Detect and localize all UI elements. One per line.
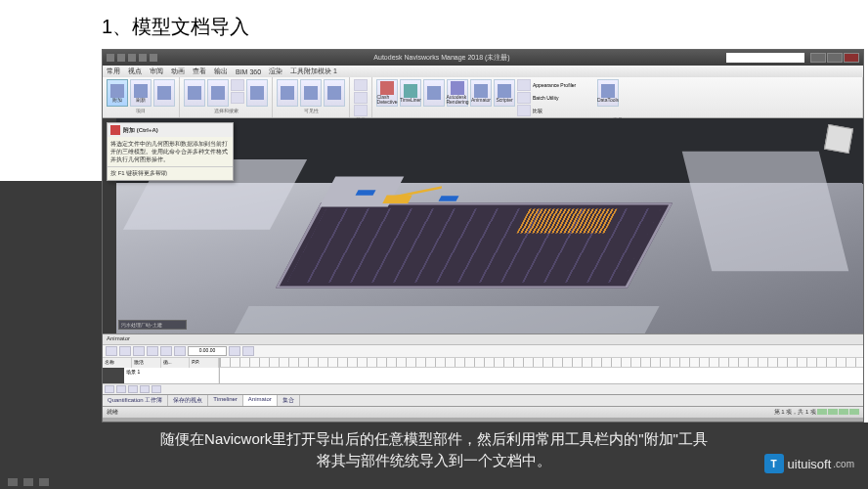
links-button[interactable]	[354, 79, 368, 91]
quick-props-button[interactable]	[354, 92, 368, 104]
tab-animation[interactable]: 动画	[171, 67, 185, 76]
timeline-ruler	[220, 358, 863, 368]
maximize-button[interactable]	[827, 53, 843, 63]
watermark-logo-icon: T	[764, 454, 784, 473]
anim-tool-2[interactable]	[242, 346, 254, 356]
anim-down-button[interactable]	[140, 385, 150, 393]
tab-viewpoint[interactable]: 视点	[128, 67, 142, 76]
timeliner-button[interactable]: TimeLiner	[400, 79, 421, 107]
ribbon-group-display: 显示	[350, 77, 372, 117]
crane	[382, 190, 448, 203]
tab-review[interactable]: 审阅	[150, 67, 163, 76]
reset-all-button[interactable]	[153, 79, 175, 107]
animator-footer	[103, 383, 863, 394]
append-tooltip: 附加 (Ctrl+A) 将选定文件中的几何图形和数据添加到当前打开的三维模型。使…	[107, 122, 234, 181]
anim-rewind-button[interactable]	[106, 346, 117, 356]
sets-button[interactable]	[246, 79, 268, 107]
anim-forward-button[interactable]	[174, 346, 186, 356]
tab-saved-viewpoints[interactable]: 保存的视点	[168, 395, 208, 406]
compare-button[interactable]	[517, 105, 531, 116]
scene-swatch	[103, 368, 124, 383]
anim-add-button[interactable]	[105, 385, 114, 393]
watermark: T uituisoft.com	[764, 454, 854, 473]
ribbon-group-visibility: 可见性	[273, 77, 350, 117]
animator-tree[interactable]: 名称 激活 循... P.P. 场景 1	[103, 358, 220, 383]
tab-render[interactable]: 渲染	[269, 67, 282, 76]
tab-view[interactable]: 查看	[193, 67, 206, 76]
timeliner-icon	[404, 84, 417, 98]
status-pills	[816, 409, 859, 416]
select-same-button[interactable]	[231, 79, 244, 91]
3d-viewport[interactable]: 污水处理厂站-土建 附加 (Ctrl+A) 将选定文件中的几何图形和数据添加到当…	[103, 118, 863, 333]
tab-home[interactable]: 常用	[107, 67, 120, 76]
animator-timeline[interactable]	[220, 358, 863, 383]
qat-save-icon[interactable]	[128, 54, 136, 62]
window-title: Autodesk Navisworks Manage 2018 (未注册)	[157, 53, 726, 63]
watermark-brand: uituisoft	[788, 457, 832, 471]
append-button[interactable]: 附加	[107, 79, 128, 107]
refresh-button[interactable]: 刷新	[130, 79, 152, 107]
help-search-input[interactable]	[726, 53, 804, 63]
tab-output[interactable]: 输出	[214, 67, 228, 76]
tooltip-f1: 按 F1 键获得更多帮助	[108, 166, 233, 180]
group-label: 项目	[107, 108, 175, 115]
tooltip-title: 附加 (Ctrl+A)	[123, 126, 158, 135]
scripter-button[interactable]: Scripter	[494, 79, 515, 107]
tab-animator[interactable]: Animator	[243, 395, 278, 406]
group-label: 选择和搜索	[184, 108, 268, 115]
taskbar-icon-1[interactable]	[8, 478, 18, 486]
app-window: Autodesk Navisworks Manage 2018 (未注册) 常用…	[102, 49, 864, 422]
qat	[107, 54, 157, 62]
anim-tool-1[interactable]	[229, 346, 240, 356]
scene-row[interactable]: 场景 1	[103, 368, 219, 383]
qat-undo-icon[interactable]	[139, 54, 147, 62]
tab-sets[interactable]: 集合	[278, 395, 300, 406]
tab-quantification[interactable]: Quantification 工作簿	[103, 395, 168, 406]
qat-redo-icon[interactable]	[150, 54, 157, 62]
anim-stepfwd-button[interactable]	[160, 346, 172, 356]
tab-bim360[interactable]: BIM 360	[236, 68, 261, 75]
save-selection-button[interactable]	[207, 79, 229, 107]
hide-unselected-icon	[327, 86, 341, 100]
appearance-profiler-button[interactable]	[517, 79, 531, 91]
cursor-icon	[188, 86, 201, 100]
anim-stop-button[interactable]	[147, 346, 158, 356]
tab-strip: 常用 视点 审阅 动画 查看 输出 BIM 360 渲染 工具附加模块 1	[103, 66, 863, 77]
properties-button[interactable]	[354, 105, 368, 116]
datatools-button[interactable]: DataTools	[597, 79, 619, 107]
quantification-icon	[427, 86, 441, 100]
close-button[interactable]	[844, 53, 859, 63]
anim-stepback-button[interactable]	[119, 346, 131, 356]
batch-utility-button[interactable]	[517, 92, 531, 104]
ribbon: 附加 刷新 项目 选择和搜索 可见性	[103, 77, 863, 118]
hide-button[interactable]	[277, 79, 298, 107]
slide-title: 1、模型文档导入	[0, 0, 868, 40]
bottom-tab-strip: Quantification 工作簿 保存的视点 Timeliner Anima…	[103, 394, 863, 406]
anim-play-button[interactable]	[133, 346, 145, 356]
select-button[interactable]	[184, 79, 205, 107]
require-button[interactable]	[300, 79, 322, 107]
anim-zoom-button[interactable]	[152, 385, 161, 393]
app-icon[interactable]	[107, 54, 114, 62]
tab-timeliner[interactable]: Timeliner	[208, 395, 242, 406]
taskbar-icon-3[interactable]	[39, 478, 49, 486]
qat-open-icon[interactable]	[117, 54, 125, 62]
animator-button[interactable]: Animator	[470, 79, 492, 107]
statusbar: 就绪 第 1 项，共 1 项	[103, 406, 863, 418]
group-label: 可见性	[277, 108, 345, 115]
clash-detective-button[interactable]: Clash Detective	[376, 79, 398, 107]
quantification-button[interactable]	[423, 79, 445, 107]
scripter-icon	[498, 84, 511, 98]
tab-addins[interactable]: 工具附加模块 1	[290, 67, 337, 76]
building-right	[682, 152, 849, 271]
hide-unselected-button[interactable]	[324, 79, 345, 107]
anim-up-button[interactable]	[128, 385, 138, 393]
anim-del-button[interactable]	[116, 385, 126, 393]
minimize-button[interactable]	[810, 53, 826, 63]
refresh-icon	[134, 84, 148, 98]
taskbar-icon-2[interactable]	[23, 478, 33, 486]
selection-tree-button[interactable]	[231, 92, 244, 104]
viewcube[interactable]	[824, 124, 853, 154]
rendering-button[interactable]: Autodesk Rendering	[447, 79, 468, 107]
anim-timecode[interactable]: 0.00.00	[188, 346, 227, 356]
